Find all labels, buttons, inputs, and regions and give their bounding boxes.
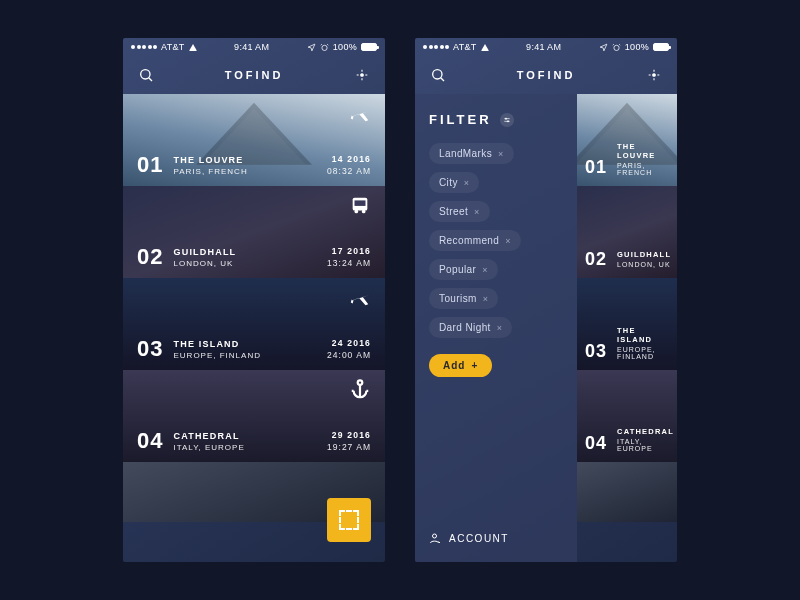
chip-remove-icon[interactable]: × bbox=[474, 207, 480, 217]
destination-card[interactable]: 02GUILDHALLLONDON, UK17 201613:24 AM bbox=[123, 186, 385, 278]
chip-remove-icon[interactable]: × bbox=[505, 236, 511, 246]
bus-icon bbox=[349, 194, 371, 216]
fab-icon bbox=[339, 510, 359, 530]
destination-list[interactable]: 01THE LOUVREPARIS, FRENCH14 201608:32 AM… bbox=[123, 94, 385, 562]
card-location: PARIS, FRENCH bbox=[617, 162, 669, 176]
destination-card[interactable]: 03THE ISLANDEUROPE, FINLAND24 201624:00 … bbox=[123, 278, 385, 370]
status-time: 9:41 AM bbox=[526, 42, 561, 52]
search-icon[interactable] bbox=[429, 66, 447, 84]
chip-remove-icon[interactable]: × bbox=[482, 265, 488, 275]
locate-icon[interactable] bbox=[645, 66, 663, 84]
destination-card[interactable] bbox=[577, 462, 677, 522]
filter-chip[interactable]: Dard Night× bbox=[429, 317, 512, 338]
card-date: 24 2016 bbox=[327, 338, 371, 348]
status-time: 9:41 AM bbox=[234, 42, 269, 52]
sliders-icon[interactable] bbox=[500, 113, 514, 127]
status-bar: AT&T 9:41 AM 100% bbox=[123, 38, 385, 56]
account-label: ACCOUNT bbox=[449, 533, 509, 544]
card-title: GUILDHALL bbox=[617, 250, 671, 259]
card-index: 04 bbox=[585, 434, 607, 452]
card-index: 03 bbox=[137, 338, 163, 360]
app-title: TOFIND bbox=[517, 69, 576, 81]
filter-chip[interactable]: City× bbox=[429, 172, 479, 193]
battery-pct: 100% bbox=[333, 42, 357, 52]
filter-title: FILTER bbox=[429, 112, 563, 127]
battery-pct: 100% bbox=[625, 42, 649, 52]
chip-label: Dard Night bbox=[439, 322, 491, 333]
destination-card[interactable]: 04CATHEDRALITALY, EUROPE bbox=[577, 370, 677, 462]
add-filter-button[interactable]: Add + bbox=[429, 354, 492, 377]
destination-card[interactable]: 02GUILDHALLLONDON, UK bbox=[577, 186, 677, 278]
battery-icon bbox=[361, 43, 377, 51]
card-location: LONDON, UK bbox=[173, 259, 327, 268]
locate-icon[interactable] bbox=[353, 66, 371, 84]
status-bar: AT&T 9:41 AM 100% bbox=[415, 38, 677, 56]
destination-card[interactable]: 01THE LOUVREPARIS, FRENCH14 201608:32 AM bbox=[123, 94, 385, 186]
card-index: 02 bbox=[585, 250, 607, 268]
carrier-label: AT&T bbox=[161, 42, 185, 52]
filter-chip[interactable]: Tourism× bbox=[429, 288, 498, 309]
carrier-label: AT&T bbox=[453, 42, 477, 52]
nav-bar: TOFIND bbox=[123, 56, 385, 94]
chip-remove-icon[interactable]: × bbox=[497, 323, 503, 333]
card-time: 19:27 AM bbox=[327, 442, 371, 452]
svg-point-13 bbox=[433, 534, 437, 538]
svg-point-12 bbox=[507, 120, 508, 121]
destination-list-peek[interactable]: 01THE LOUVREPARIS, FRENCH02GUILDHALLLOND… bbox=[577, 94, 677, 562]
filter-chip-list: LandMarks×City×Street×Recommend×Popular×… bbox=[429, 143, 563, 338]
filter-chip[interactable]: Recommend× bbox=[429, 230, 521, 251]
card-title: THE LOUVRE bbox=[617, 142, 669, 160]
search-icon[interactable] bbox=[137, 66, 155, 84]
card-index: 03 bbox=[585, 342, 607, 360]
card-title: THE ISLAND bbox=[173, 339, 327, 349]
card-time: 13:24 AM bbox=[327, 258, 371, 268]
card-time: 24:00 AM bbox=[327, 350, 371, 360]
filter-chip[interactable]: Street× bbox=[429, 201, 490, 222]
svg-point-1 bbox=[141, 70, 150, 79]
svg-point-5 bbox=[355, 210, 359, 214]
app-title: TOFIND bbox=[225, 69, 284, 81]
card-index: 01 bbox=[585, 158, 607, 176]
location-arrow-icon bbox=[599, 43, 608, 52]
chip-label: Tourism bbox=[439, 293, 477, 304]
filter-title-text: FILTER bbox=[429, 112, 492, 127]
chip-remove-icon[interactable]: × bbox=[483, 294, 489, 304]
filter-chip[interactable]: Popular× bbox=[429, 259, 498, 280]
chip-remove-icon[interactable]: × bbox=[498, 149, 504, 159]
svg-point-10 bbox=[653, 74, 656, 77]
card-location: ITALY, EUROPE bbox=[173, 443, 327, 452]
card-location: EUROPE, FINLAND bbox=[617, 346, 669, 360]
svg-point-0 bbox=[322, 45, 327, 50]
phone-list-screen: AT&T 9:41 AM 100% TOFIND 01THE LOUVREPAR… bbox=[123, 38, 385, 562]
card-index: 04 bbox=[137, 430, 163, 452]
chip-remove-icon[interactable]: × bbox=[464, 178, 470, 188]
card-title: CATHEDRAL bbox=[173, 431, 327, 441]
card-location: ITALY, EUROPE bbox=[617, 438, 674, 452]
destination-card[interactable]: 01THE LOUVREPARIS, FRENCH bbox=[577, 94, 677, 186]
card-date: 14 2016 bbox=[327, 154, 371, 164]
svg-point-6 bbox=[362, 210, 366, 214]
user-icon bbox=[429, 532, 441, 544]
chip-label: Popular bbox=[439, 264, 476, 275]
plus-icon: + bbox=[471, 360, 478, 371]
fab-button[interactable] bbox=[327, 498, 371, 542]
plane-icon bbox=[349, 286, 371, 308]
chip-label: LandMarks bbox=[439, 148, 492, 159]
card-title: GUILDHALL bbox=[173, 247, 327, 257]
filter-panel: FILTER LandMarks×City×Street×Recommend×P… bbox=[415, 94, 577, 562]
svg-rect-4 bbox=[355, 200, 366, 206]
card-title: THE ISLAND bbox=[617, 326, 669, 344]
anchor-icon bbox=[349, 378, 371, 400]
destination-card[interactable]: 03THE ISLANDEUROPE, FINLAND bbox=[577, 278, 677, 370]
add-filter-label: Add bbox=[443, 360, 465, 371]
destination-card[interactable]: 04CATHEDRALITALY, EUROPE29 201619:27 AM bbox=[123, 370, 385, 462]
chip-label: City bbox=[439, 177, 458, 188]
alarm-icon bbox=[320, 43, 329, 52]
alarm-icon bbox=[612, 43, 621, 52]
account-link[interactable]: ACCOUNT bbox=[429, 532, 563, 544]
filter-chip[interactable]: LandMarks× bbox=[429, 143, 514, 164]
card-location: LONDON, UK bbox=[617, 261, 671, 268]
signal-dots-icon bbox=[131, 45, 157, 49]
wifi-icon bbox=[481, 44, 489, 51]
card-title: THE LOUVRE bbox=[173, 155, 327, 165]
